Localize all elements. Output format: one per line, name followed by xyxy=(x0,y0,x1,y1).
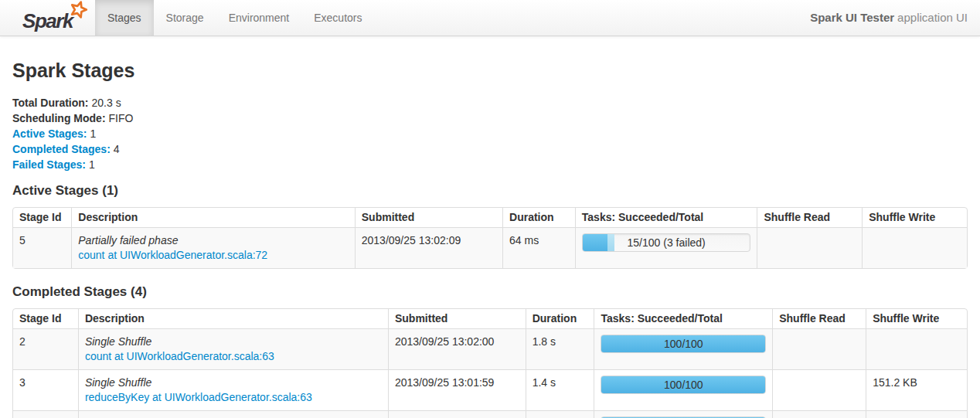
task-progress-bar: 100/100 xyxy=(601,335,766,353)
stage-row: 3Single ShufflereduceByKey at UIWorkload… xyxy=(13,369,967,410)
stage-detail-link[interactable]: reduceByKey at UIWorkloadGenerator.scala… xyxy=(85,391,312,403)
duration-cell: 1.0 s xyxy=(526,410,594,418)
active-stages-link[interactable]: Active Stages: xyxy=(12,127,87,140)
stage-row: 2Single Shufflecount at UIWorkloadGenera… xyxy=(13,328,967,369)
header-row: Stage IdDescriptionSubmittedDurationTask… xyxy=(13,208,967,227)
column-header: Tasks: Succeeded/Total xyxy=(575,208,757,227)
summary-value: 20.3 s xyxy=(92,97,121,109)
stage-row: 1Cache and Count2013/09/25 13:01:541.0 s… xyxy=(13,410,967,418)
spark-logo[interactable]: Spark xyxy=(0,0,95,36)
summary-active-stages: Active Stages:1 xyxy=(12,126,968,141)
column-header: Submitted xyxy=(388,309,526,328)
application-name-strong: Spark UI Tester xyxy=(810,11,894,24)
summary-completed-stages: Completed Stages:4 xyxy=(12,141,968,157)
nav-tabs: Stages Storage Environment Executors xyxy=(95,0,374,36)
tab-stages[interactable]: Stages xyxy=(95,0,154,36)
application-name-suffix: application UI xyxy=(897,11,968,24)
shuffle-read-cell xyxy=(757,227,862,268)
shuffle-write-cell xyxy=(866,328,967,369)
column-header: Duration xyxy=(502,208,575,227)
summary-label: Total Duration: xyxy=(12,97,89,109)
column-header: Tasks: Succeeded/Total xyxy=(594,309,772,328)
tasks-cell: 100/100 xyxy=(594,328,772,369)
column-header: Shuffle Write xyxy=(862,208,967,227)
task-progress-label: 15/100 (3 failed) xyxy=(583,234,750,251)
stage-description: Single Shuffle xyxy=(85,335,382,349)
shuffle-write-cell xyxy=(862,227,967,268)
duration-cell: 1.4 s xyxy=(526,369,594,410)
task-progress-label: 100/100 xyxy=(601,335,765,352)
stage-id-cell: 1 xyxy=(13,410,78,418)
submitted-cell: 2013/09/25 13:01:59 xyxy=(388,369,526,410)
column-header: Duration xyxy=(526,309,594,328)
top-navbar: Spark Stages Storage Environment Executo… xyxy=(0,0,980,36)
description-cell: Single Shufflecount at UIWorkloadGenerat… xyxy=(78,328,388,369)
summary-value: FIFO xyxy=(109,112,134,124)
completed-stages-table: Stage IdDescriptionSubmittedDurationTask… xyxy=(12,308,968,418)
column-header: Stage Id xyxy=(13,208,71,227)
column-header: Shuffle Write xyxy=(866,309,967,328)
shuffle-read-cell xyxy=(772,328,866,369)
task-progress-bar: 100/100 xyxy=(601,376,766,394)
summary-failed-stages: Failed Stages:1 xyxy=(12,157,968,172)
description-cell: Single ShufflereduceByKey at UIWorkloadG… xyxy=(78,369,388,410)
page-title: Spark Stages xyxy=(12,59,968,81)
active-stages-table: Stage IdDescriptionSubmittedDurationTask… xyxy=(12,207,968,269)
tab-storage[interactable]: Storage xyxy=(154,0,216,36)
tasks-cell: 100/100 xyxy=(594,410,772,418)
shuffle-write-cell xyxy=(866,410,967,418)
duration-cell: 1.8 s xyxy=(526,328,594,369)
failed-stages-link[interactable]: Failed Stages: xyxy=(12,158,86,171)
summary-scheduling-mode: Scheduling Mode:FIFO xyxy=(12,110,968,126)
submitted-cell: 2013/09/25 13:02:09 xyxy=(355,227,502,268)
completed-stages-link[interactable]: Completed Stages: xyxy=(12,143,111,155)
tab-environment[interactable]: Environment xyxy=(216,0,302,36)
shuffle-write-cell: 151.2 KB xyxy=(866,369,967,410)
column-header: Shuffle Read xyxy=(757,208,862,227)
tab-executors[interactable]: Executors xyxy=(301,0,374,36)
summary-value: 4 xyxy=(114,143,120,155)
header-row: Stage IdDescriptionSubmittedDurationTask… xyxy=(13,309,967,328)
stage-row: 5Partially failed phasecount at UIWorklo… xyxy=(13,227,967,268)
description-cell: Cache and Count xyxy=(78,410,388,418)
stages-summary-list: Total Duration:20.3 s Scheduling Mode:FI… xyxy=(12,95,968,172)
tasks-cell: 15/100 (3 failed) xyxy=(575,227,757,268)
stage-detail-link[interactable]: count at UIWorkloadGenerator.scala:63 xyxy=(85,350,274,362)
summary-label: Scheduling Mode: xyxy=(12,112,106,124)
description-cell: Partially failed phasecount at UIWorkloa… xyxy=(71,227,354,268)
summary-value: 1 xyxy=(89,158,95,171)
tasks-cell: 100/100 xyxy=(594,369,772,410)
spark-logo-text: Spark xyxy=(22,9,73,33)
task-progress-bar: 15/100 (3 failed) xyxy=(582,233,751,252)
summary-total-duration: Total Duration:20.3 s xyxy=(12,95,968,110)
stage-description: Single Shuffle xyxy=(85,376,382,390)
stage-description: Partially failed phase xyxy=(78,233,348,248)
completed-stages-heading: Completed Stages (4) xyxy=(12,285,968,299)
column-header: Stage Id xyxy=(13,309,78,328)
duration-cell: 64 ms xyxy=(502,227,575,268)
summary-value: 1 xyxy=(90,127,96,140)
stage-id-cell: 2 xyxy=(13,328,78,369)
main-content: Spark Stages Total Duration:20.3 s Sched… xyxy=(0,59,980,418)
shuffle-read-cell xyxy=(772,410,866,418)
stage-detail-link[interactable]: count at UIWorkloadGenerator.scala:72 xyxy=(78,249,267,261)
column-header: Shuffle Read xyxy=(772,309,866,328)
submitted-cell: 2013/09/25 13:01:54 xyxy=(388,410,526,418)
application-name: Spark UI Testerapplication UI xyxy=(810,0,980,36)
column-header: Description xyxy=(71,208,354,227)
task-progress-label: 100/100 xyxy=(601,376,765,393)
active-stages-heading: Active Stages (1) xyxy=(12,184,968,198)
stage-id-cell: 5 xyxy=(13,227,71,268)
column-header: Description xyxy=(78,309,388,328)
stage-id-cell: 3 xyxy=(13,369,78,410)
submitted-cell: 2013/09/25 13:02:00 xyxy=(388,328,526,369)
shuffle-read-cell xyxy=(772,369,866,410)
column-header: Submitted xyxy=(355,208,502,227)
